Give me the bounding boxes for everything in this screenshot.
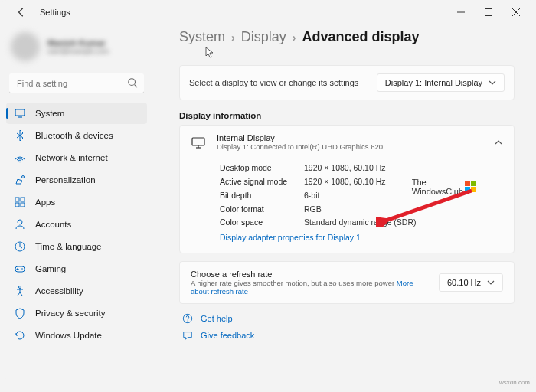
maximize-button[interactable] <box>475 2 502 23</box>
monitor-icon <box>191 135 206 150</box>
breadcrumb-display[interactable]: Display <box>241 29 286 45</box>
search-icon <box>127 77 138 88</box>
kv-row: Active signal mode1920 × 1080, 60.10 Hz <box>220 175 503 189</box>
sidebar-item-apps[interactable]: Apps <box>6 191 147 213</box>
refresh-sub: A higher rate gives smoother motion, but… <box>191 279 420 296</box>
give-feedback-link[interactable]: Give feedback <box>182 330 515 341</box>
svg-point-7 <box>22 176 25 178</box>
titlebar: Settings <box>0 0 536 24</box>
display-selector-card: Select a display to view or change its s… <box>179 65 515 100</box>
nav-list: System Bluetooth & devices Network & int… <box>3 103 150 346</box>
refresh-rate-dropdown[interactable]: 60.10 Hz <box>439 273 503 292</box>
main-content: System › Display › Advanced display Sele… <box>153 24 536 379</box>
sidebar-item-label: Bluetooth & devices <box>35 131 113 140</box>
svg-rect-4 <box>15 109 25 116</box>
kv-row: Color formatRGB <box>220 203 503 217</box>
dropdown-value: 60.10 Hz <box>447 278 481 287</box>
svg-rect-1 <box>485 9 492 16</box>
sidebar-item-label: System <box>35 109 64 118</box>
sidebar-item-label: Personalization <box>35 175 96 185</box>
window-title: Settings <box>40 8 70 17</box>
kv-row: Bit depth6-bit <box>220 189 503 203</box>
sidebar-item-time[interactable]: Time & language <box>6 236 147 257</box>
close-icon <box>512 8 520 16</box>
breadcrumb: System › Display › Advanced display <box>179 29 515 45</box>
privacy-icon <box>14 307 26 319</box>
sidebar-item-update[interactable]: Windows Update <box>6 325 147 346</box>
accessibility-icon <box>14 285 26 297</box>
kv-row: Desktop mode1920 × 1080, 60.10 Hz <box>220 162 503 175</box>
svg-point-6 <box>19 162 21 163</box>
kv-row: Color spaceStandard dynamic range (SDR) <box>220 216 503 230</box>
sidebar-item-label: Network & internet <box>35 153 108 162</box>
section-title: Display information <box>179 111 515 120</box>
sidebar-item-label: Apps <box>35 198 55 207</box>
footer-links: Get help Give feedback <box>182 313 515 341</box>
chevron-down-icon <box>487 279 495 286</box>
sidebar-item-network[interactable]: Network & internet <box>6 147 147 168</box>
sidebar-item-label: Accessibility <box>35 286 83 296</box>
sidebar-item-label: Windows Update <box>35 331 102 340</box>
sidebar-item-gaming[interactable]: Gaming <box>6 258 147 279</box>
user-email: user@example.com <box>47 47 109 55</box>
sidebar-item-privacy[interactable]: Privacy & security <box>6 302 147 324</box>
svg-rect-8 <box>15 198 19 201</box>
back-arrow-icon <box>16 7 27 18</box>
chevron-right-icon: › <box>231 31 235 44</box>
display-name: Internal Display <box>217 133 383 142</box>
sidebar-item-accessibility[interactable]: Accessibility <box>6 280 147 302</box>
info-header[interactable]: Internal Display Display 1: Connected to… <box>180 126 514 158</box>
sidebar: Manish Kumar user@example.com System Blu… <box>0 24 153 379</box>
svg-rect-17 <box>192 138 204 145</box>
adapter-properties-link[interactable]: Display adapter properties for Display 1 <box>220 233 361 242</box>
bluetooth-icon <box>14 129 26 142</box>
search-input[interactable] <box>9 74 144 93</box>
sidebar-item-personalization[interactable]: Personalization <box>6 169 147 191</box>
sidebar-item-accounts[interactable]: Accounts <box>6 214 147 235</box>
info-body: Desktop mode1920 × 1080, 60.10 Hz Active… <box>180 158 514 253</box>
sidebar-item-label: Privacy & security <box>35 309 105 318</box>
svg-rect-10 <box>15 203 19 207</box>
user-name: Manish Kumar <box>47 38 109 47</box>
help-icon <box>182 313 193 324</box>
dropdown-value: Display 1: Internal Display <box>385 78 482 87</box>
window-controls <box>447 2 530 23</box>
system-icon <box>14 107 26 119</box>
display-connection: Display 1: Connected to Intel(R) UHD Gra… <box>217 142 383 151</box>
svg-rect-9 <box>21 198 25 201</box>
svg-line-3 <box>135 85 138 88</box>
sidebar-item-label: Time & language <box>35 242 102 251</box>
sidebar-item-system[interactable]: System <box>6 103 147 124</box>
refresh-title: Choose a refresh rate <box>191 270 420 279</box>
chevron-right-icon: › <box>293 31 296 44</box>
breadcrumb-system[interactable]: System <box>179 29 225 45</box>
svg-rect-11 <box>21 203 25 207</box>
sidebar-item-label: Gaming <box>35 264 66 273</box>
cursor-icon <box>205 47 214 59</box>
apps-icon <box>14 196 26 208</box>
gaming-icon <box>14 263 26 275</box>
feedback-icon <box>182 330 193 341</box>
svg-point-12 <box>18 220 22 224</box>
image-credit: wsxdn.com <box>0 379 536 386</box>
sidebar-item-bluetooth[interactable]: Bluetooth & devices <box>6 125 147 146</box>
svg-point-26 <box>187 321 188 322</box>
minimize-button[interactable] <box>447 2 475 23</box>
display-info-card: Internal Display Display 1: Connected to… <box>179 125 515 253</box>
refresh-rate-card: Choose a refresh rate A higher rate give… <box>179 261 515 304</box>
display-selector-dropdown[interactable]: Display 1: Internal Display <box>377 74 505 92</box>
svg-point-16 <box>19 286 21 289</box>
minimize-icon <box>457 8 465 16</box>
settings-window: Settings Manish Kumar user@example.com <box>0 0 536 379</box>
time-icon <box>14 240 26 253</box>
chevron-down-icon <box>489 79 496 87</box>
user-text: Manish Kumar user@example.com <box>47 38 109 55</box>
update-icon <box>14 329 26 341</box>
get-help-link[interactable]: Get help <box>182 313 515 324</box>
user-block[interactable]: Manish Kumar user@example.com <box>3 29 150 69</box>
close-button[interactable] <box>502 2 530 23</box>
maximize-icon <box>485 8 492 16</box>
display-selector-desc: Select a display to view or change its s… <box>189 78 358 87</box>
avatar <box>11 32 40 61</box>
back-button[interactable] <box>11 2 32 23</box>
